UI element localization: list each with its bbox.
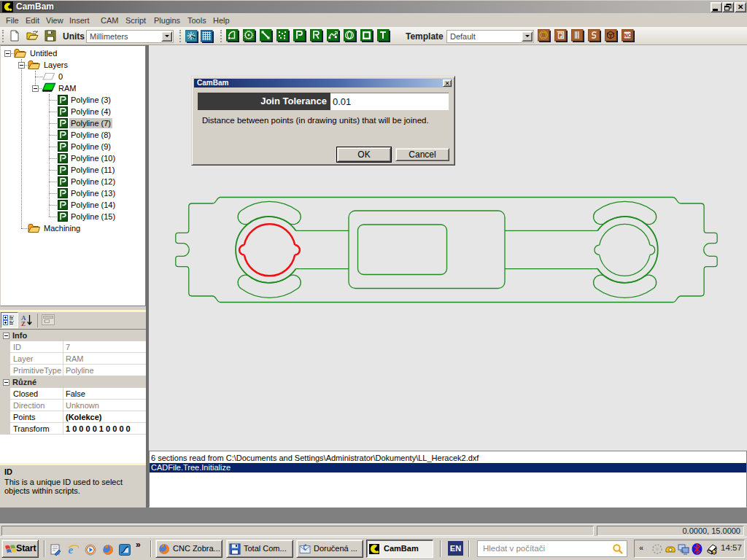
- svg-text:NC: NC: [624, 33, 632, 38]
- svg-text:Z: Z: [21, 320, 26, 327]
